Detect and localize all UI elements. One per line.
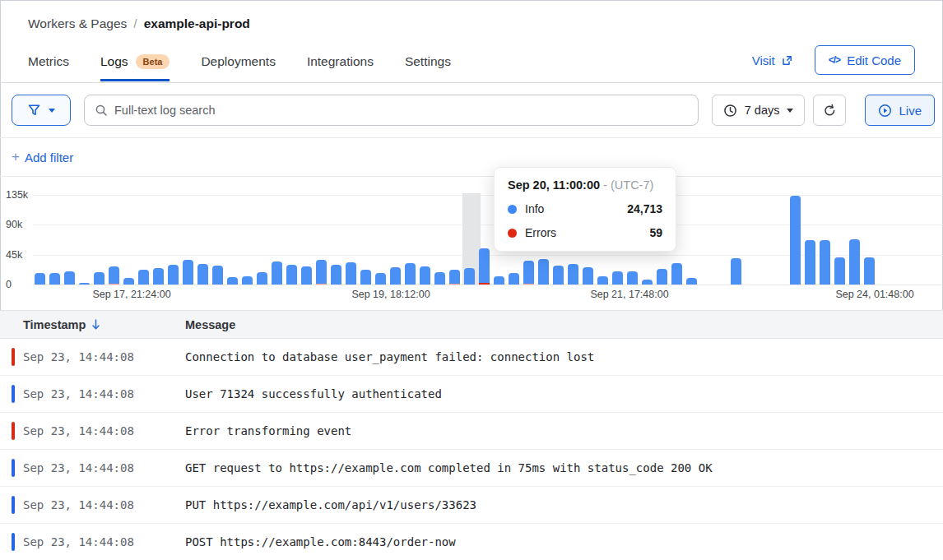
log-level-indicator — [12, 385, 15, 403]
chart-bar[interactable] — [197, 264, 208, 285]
info-bar-segment — [49, 273, 60, 285]
chart-bar[interactable] — [494, 276, 504, 285]
chart-bar[interactable] — [405, 263, 416, 285]
chart-bar[interactable] — [420, 266, 430, 285]
info-bar-segment — [94, 272, 105, 285]
chart-bar[interactable] — [790, 196, 801, 285]
clock-icon — [723, 104, 737, 118]
chart-bar[interactable] — [64, 271, 75, 285]
chevron-down-icon — [787, 109, 793, 113]
tab-settings[interactable]: Settings — [405, 54, 451, 81]
chart-bar[interactable] — [316, 260, 327, 285]
chart-plot-area: Sep 17, 21:24:00 Sep 19, 18:12:00 Sep 21… — [33, 195, 943, 285]
tooltip-errors-label: Errors — [525, 226, 556, 239]
tab-integrations[interactable]: Integrations — [307, 54, 374, 81]
chart-bar[interactable] — [153, 268, 164, 285]
chart-bar[interactable] — [94, 272, 105, 285]
info-bar-segment — [242, 276, 253, 285]
chart-bar[interactable] — [834, 257, 845, 285]
table-row[interactable]: Sep 23, 14:44:08 Connection to database … — [0, 339, 943, 376]
chart-bar[interactable] — [538, 259, 549, 285]
chart-bar[interactable] — [123, 278, 134, 285]
chart-bar[interactable] — [35, 273, 45, 285]
tab-metrics[interactable]: Metrics — [28, 54, 69, 81]
log-message: Connection to database user_payment fail… — [185, 350, 594, 363]
chart-bar[interactable] — [272, 261, 282, 285]
x-tick-0: Sep 17, 21:24:00 — [92, 289, 170, 300]
chart-bar[interactable] — [242, 276, 253, 285]
info-legend-dot — [508, 205, 517, 214]
tooltip-info-value: 24,713 — [627, 202, 662, 215]
edit-code-button[interactable]: </> Edit Code — [815, 45, 915, 75]
chart-bar[interactable] — [286, 265, 297, 285]
tab-deployments[interactable]: Deployments — [201, 54, 275, 81]
info-bar-segment — [109, 266, 119, 284]
chart-bar[interactable] — [612, 271, 623, 285]
add-filter-button[interactable]: + Add filter — [12, 149, 73, 165]
sort-descending-icon — [91, 318, 101, 331]
y-tick-90k: 90k — [6, 219, 22, 230]
chart-bar[interactable] — [375, 273, 386, 285]
table-row[interactable]: Sep 23, 14:44:08 POST https://example.co… — [0, 524, 943, 560]
time-range-value: 7 days — [745, 104, 780, 117]
info-bar-segment — [405, 263, 416, 285]
chart-bar[interactable] — [657, 269, 667, 285]
info-bar-segment — [864, 257, 875, 285]
info-bar-segment — [35, 273, 45, 285]
chart-bar[interactable] — [568, 264, 578, 285]
table-row[interactable]: Sep 23, 14:44:08 Error transforming even… — [0, 413, 943, 450]
breadcrumb-current: example-api-prod — [144, 16, 250, 31]
tab-logs[interactable]: Logs Beta — [100, 54, 170, 81]
visit-link[interactable]: Visit — [752, 53, 793, 67]
table-row[interactable]: Sep 23, 14:44:08 User 71324 successfully… — [0, 376, 943, 413]
timestamp-column-header[interactable]: Timestamp — [23, 318, 185, 331]
log-message: POST https://example.com:8443/order-now — [185, 535, 456, 548]
chart-bar[interactable] — [553, 266, 564, 285]
chart-bar[interactable] — [168, 265, 179, 285]
chart-bar[interactable] — [109, 266, 119, 285]
log-level-indicator — [12, 459, 15, 477]
chart-bar[interactable] — [597, 276, 608, 285]
chart-bar[interactable] — [360, 270, 371, 285]
chart-bar[interactable] — [479, 248, 490, 285]
search-box — [84, 95, 699, 126]
chart-bar[interactable] — [686, 278, 697, 285]
chart-bar[interactable] — [331, 265, 341, 285]
chart-bar[interactable] — [642, 280, 653, 285]
info-bar-segment — [627, 271, 638, 285]
chart-bar[interactable] — [805, 240, 815, 285]
chart-bar[interactable] — [820, 240, 830, 285]
chart-bar[interactable] — [864, 257, 875, 285]
chart-bar[interactable] — [49, 273, 60, 285]
live-button[interactable]: Live — [865, 95, 935, 126]
errors-legend-dot — [508, 229, 517, 238]
refresh-button[interactable] — [813, 95, 846, 126]
chart-bar[interactable] — [671, 263, 682, 285]
chart-bar[interactable] — [79, 283, 90, 285]
time-range-button[interactable]: 7 days — [712, 95, 806, 126]
chart-bar[interactable] — [434, 272, 445, 285]
filter-dropdown-button[interactable] — [12, 95, 71, 126]
breadcrumb-parent[interactable]: Workers & Pages — [28, 16, 127, 31]
chart-bar[interactable] — [849, 239, 860, 285]
chart-bar[interactable] — [212, 266, 223, 285]
chart-bar[interactable] — [509, 273, 519, 285]
chart-bar[interactable] — [390, 267, 401, 285]
log-level-indicator — [12, 422, 15, 440]
table-row[interactable]: Sep 23, 14:44:08 PUT https://example.com… — [0, 487, 943, 524]
chart-bar[interactable] — [138, 270, 149, 285]
table-row[interactable]: Sep 23, 14:44:08 GET request to https://… — [0, 450, 943, 487]
chart-bar[interactable] — [449, 270, 460, 285]
chart-bar[interactable] — [227, 277, 238, 285]
info-bar-segment — [671, 263, 682, 285]
chart-bar[interactable] — [183, 260, 193, 285]
chart-bar[interactable] — [301, 266, 312, 285]
chart-bar[interactable] — [583, 267, 593, 285]
chart-bar[interactable] — [464, 268, 475, 285]
chart-bar[interactable] — [731, 258, 741, 285]
chart-bar[interactable] — [523, 261, 534, 285]
search-input[interactable] — [114, 104, 688, 117]
chart-bar[interactable] — [257, 272, 267, 285]
chart-bar[interactable] — [346, 262, 356, 285]
chart-bar[interactable] — [627, 271, 638, 285]
